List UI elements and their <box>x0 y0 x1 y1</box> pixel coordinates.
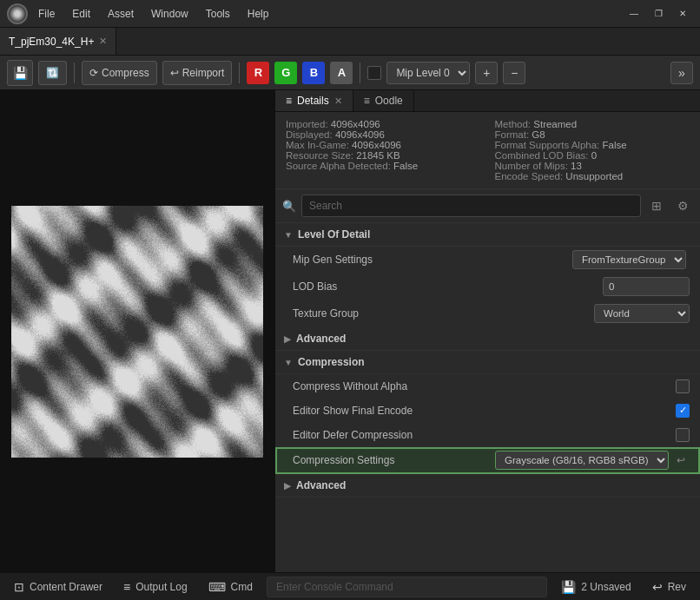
reimport-icon: ↩ <box>170 67 179 79</box>
editor-show-final-encode-row: Editor Show Final Encode ✓ <box>275 399 700 423</box>
texture-group-select[interactable]: World <box>594 304 690 323</box>
console-input[interactable] <box>267 577 547 597</box>
advanced1-section-header[interactable]: ▶ Advanced <box>275 327 700 351</box>
content-drawer-icon: ⊡ <box>14 580 24 594</box>
editor-defer-compression-label: Editor Defer Compression <box>293 429 676 441</box>
info-right: Method: Streamed Format: G8 Format Suppo… <box>495 119 690 181</box>
details-tab-close-icon[interactable]: ✕ <box>334 96 342 107</box>
channel-a-button[interactable]: A <box>330 62 353 84</box>
compression-section-label: Compression <box>298 356 365 368</box>
compression-settings-reset-button[interactable]: ↩ <box>672 452 690 469</box>
compress-button[interactable]: ⟳ Compress <box>82 61 157 85</box>
editor-defer-compression-row: Editor Defer Compression <box>275 423 700 447</box>
title-bar: File Edit Asset Window Tools Help — ❐ ✕ <box>0 0 700 28</box>
tab-oodle[interactable]: ≡ Oodle <box>353 90 414 111</box>
editor-defer-compression-checkbox[interactable] <box>676 428 690 442</box>
add-mip-button[interactable]: + <box>475 62 498 84</box>
info-lod-bias: Combined LOD Bias: 0 <box>495 150 690 161</box>
tab-details[interactable]: ≡ Details ✕ <box>275 90 353 111</box>
lod-bias-value <box>603 277 690 296</box>
channel-g-button[interactable]: G <box>274 62 297 84</box>
mip-gen-settings-select[interactable]: FromTextureGroup <box>572 250 686 269</box>
settings-button[interactable]: ⚙ <box>672 195 693 216</box>
reimport-button[interactable]: ↩ Reimport <box>162 61 233 85</box>
tab-texture[interactable]: T_pjEm30_4K_H+ ✕ <box>0 28 116 55</box>
output-log-button[interactable]: ≡ Output Log <box>116 577 195 597</box>
unsaved-label: 2 Unsaved <box>581 581 631 593</box>
resource-size-label: Resource Size: <box>286 150 353 161</box>
advanced2-section-header[interactable]: ▶ Advanced <box>275 474 700 498</box>
menu-window[interactable]: Window <box>148 4 192 23</box>
cmd-button[interactable]: ⌨ Cmd <box>201 577 260 597</box>
compress-without-alpha-checkbox[interactable] <box>676 379 690 393</box>
compression-chevron-icon: ▼ <box>284 358 293 367</box>
tab-bar: T_pjEm30_4K_H+ ✕ <box>0 28 700 56</box>
lod-chevron-icon: ▼ <box>284 230 293 240</box>
tab-close-icon[interactable]: ✕ <box>99 36 107 47</box>
source-alpha-label: Source Alpha Detected: <box>286 161 391 171</box>
channel-b-button[interactable]: B <box>302 62 325 84</box>
method-value: Streamed <box>533 119 577 129</box>
lod-section-header[interactable]: ▼ Level Of Detail <box>275 223 700 247</box>
oodle-tab-label: Oodle <box>375 95 403 107</box>
editor-show-final-encode-checkbox[interactable]: ✓ <box>676 404 690 418</box>
cmd-label: Cmd <box>231 581 253 593</box>
search-icon: 🔍 <box>282 200 296 213</box>
editor-show-final-encode-value: ✓ <box>676 404 690 418</box>
rev-label: Rev <box>668 581 686 593</box>
compress-without-alpha-row: Compress Without Alpha <box>275 374 700 399</box>
compression-settings-value: Grayscale (G8/16, RGB8 sRGB) ↩ <box>495 451 690 470</box>
mip-level-select[interactable]: Mip Level 0 <box>386 62 470 84</box>
lod-bias-input[interactable] <box>603 277 690 296</box>
save-icon: 💾 <box>561 580 576 594</box>
info-num-mips: Number of Mips: 13 <box>495 161 690 171</box>
info-left: Imported: 4096x4096 Displayed: 4096x4096… <box>286 119 481 181</box>
details-tab-label: Details <box>297 95 329 107</box>
channel-r-button[interactable]: R <box>247 62 269 84</box>
tab-label: T_pjEm30_4K_H+ <box>9 36 94 48</box>
close-button[interactable]: ✕ <box>672 5 693 23</box>
compression-settings-select[interactable]: Grayscale (G8/16, RGB8 sRGB) <box>495 451 669 470</box>
source-alpha-value: False <box>393 161 418 171</box>
window-controls: — ❐ ✕ <box>624 5 693 23</box>
menu-tools[interactable]: Tools <box>202 4 234 23</box>
compression-settings-label: Compression Settings <box>293 454 495 466</box>
max-ingame-value: 4096x4096 <box>352 140 401 150</box>
save-button[interactable]: 💾 <box>7 60 33 86</box>
max-ingame-label: Max In-Game: <box>286 140 349 150</box>
compress-label: Compress <box>102 67 149 79</box>
info-max-ingame: Max In-Game: 4096x4096 <box>286 140 481 150</box>
content-drawer-button[interactable]: ⊡ Content Drawer <box>7 577 109 597</box>
details-tab-icon: ≡ <box>286 95 292 107</box>
history-button[interactable]: 🔃 <box>38 61 67 85</box>
compress-without-alpha-label: Compress Without Alpha <box>293 380 676 392</box>
remove-mip-button[interactable]: − <box>503 62 525 84</box>
separator-2 <box>239 63 240 83</box>
menu-help[interactable]: Help <box>244 4 273 23</box>
filter-button[interactable]: ⊞ <box>646 195 667 216</box>
num-mips-label: Number of Mips: <box>495 161 568 171</box>
compression-section-header[interactable]: ▼ Compression <box>275 351 700 374</box>
menu-edit[interactable]: Edit <box>69 4 94 23</box>
format-alpha-label: Format Supports Alpha: <box>495 140 600 150</box>
rev-icon: ↩ <box>652 580 663 594</box>
texture-group-value: World <box>594 304 690 323</box>
encode-speed-label: Encode Speed: <box>495 171 564 181</box>
rev-button[interactable]: ↩ Rev <box>645 577 693 597</box>
minimize-button[interactable]: — <box>624 5 644 23</box>
mip-gen-settings-row: Mip Gen Settings FromTextureGroup <box>275 247 700 274</box>
maximize-button[interactable]: ❐ <box>648 5 669 23</box>
unsaved-button[interactable]: 💾 2 Unsaved <box>554 577 637 597</box>
color-swatch[interactable] <box>367 66 381 80</box>
menu-file[interactable]: File <box>35 4 58 23</box>
combined-lod-label: Combined LOD Bias: <box>495 150 589 161</box>
search-input[interactable] <box>301 195 641 217</box>
info-section: Imported: 4096x4096 Displayed: 4096x4096… <box>275 112 700 189</box>
advanced2-chevron-icon: ▶ <box>284 481 291 491</box>
menu-asset[interactable]: Asset <box>104 4 137 23</box>
more-options-button[interactable]: » <box>670 62 693 84</box>
texture-canvas <box>11 206 263 458</box>
texture-preview <box>11 206 263 458</box>
encode-speed-value: Unsupported <box>565 171 623 181</box>
format-alpha-value: False <box>603 140 627 150</box>
